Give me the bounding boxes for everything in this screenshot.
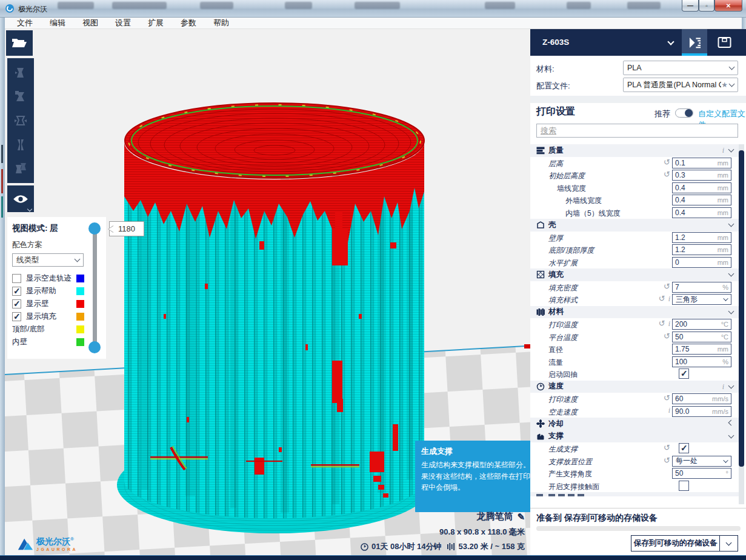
tab-monitor[interactable] — [710, 29, 739, 56]
print-settings-title: 打印设置 — [536, 105, 575, 118]
revert-icon[interactable]: ↺ — [664, 170, 670, 178]
chevron-down-icon — [723, 296, 728, 301]
maximize-button[interactable]: ▫ — [699, 0, 714, 12]
menu-item-4[interactable]: 扩展 — [141, 18, 171, 28]
setting-input[interactable]: 0mm — [672, 257, 731, 268]
menu-item-6[interactable]: 帮助 — [206, 18, 236, 28]
setting-input[interactable]: 7% — [672, 282, 731, 293]
legend-item-1: 显示帮助 — [12, 285, 101, 298]
revert-icon[interactable]: ↺ — [659, 319, 665, 327]
title-bar[interactable]: 极光尔沃 — ▫ ✕ — [0, 0, 746, 18]
setting-input[interactable]: 100% — [672, 356, 731, 367]
setting-input[interactable]: 0.3mm — [672, 170, 731, 181]
setting-checkbox[interactable] — [679, 481, 689, 491]
minimize-button[interactable]: — — [682, 0, 699, 12]
legend-checkbox[interactable] — [12, 299, 21, 308]
legend-checkbox[interactable] — [12, 287, 21, 296]
mirror-tool-icon[interactable] — [13, 138, 28, 152]
setting-row-speed-0: 打印速度↺60mm/s — [530, 393, 739, 405]
setting-input[interactable]: 1.2mm — [672, 244, 731, 255]
menu-item-2[interactable]: 视图 — [75, 18, 105, 28]
layer-slider-track[interactable] — [93, 227, 97, 347]
legend-item-5: 内壁 — [12, 336, 101, 348]
revert-icon[interactable]: ↺ — [664, 282, 670, 290]
layer-slider-upper-handle[interactable] — [88, 222, 101, 235]
move-tool-icon[interactable] — [13, 65, 28, 80]
settings-panel: Z-603S 材料: PLA 配置文件: — [530, 29, 746, 555]
open-file-button[interactable] — [6, 30, 33, 56]
legend-color-swatch — [76, 275, 84, 282]
info-icon[interactable]: i — [668, 295, 670, 302]
close-button[interactable]: ✕ — [714, 0, 742, 12]
setting-input[interactable]: 0.4mm — [672, 182, 731, 193]
material-dropdown[interactable]: PLA — [623, 61, 738, 75]
view-mode-button[interactable] — [7, 185, 34, 212]
setting-input[interactable]: 1.75mm — [672, 344, 731, 355]
setting-input[interactable]: 200°C — [672, 319, 731, 330]
legend-checkbox[interactable] — [12, 312, 21, 321]
revert-icon[interactable]: ↺ — [664, 456, 670, 464]
revert-icon[interactable]: ↺ — [664, 394, 670, 402]
setting-row-quality-3: 外墙线宽度0.4mm — [530, 194, 739, 207]
chevron-down-icon — [75, 256, 81, 262]
setting-dropdown[interactable]: 三角形 — [672, 294, 731, 305]
rotate-tool-icon[interactable] — [13, 113, 28, 128]
setting-input[interactable]: 0.4mm — [672, 195, 731, 205]
section-header-quality[interactable]: 质量i — [530, 144, 739, 157]
tab-prepare-slice[interactable] — [682, 29, 707, 56]
info-icon[interactable]: i — [722, 147, 724, 154]
machine-selector[interactable]: Z-603S — [530, 29, 746, 56]
menu-item-3[interactable]: 设置 — [108, 18, 138, 28]
setting-input[interactable]: 0.1mm — [672, 158, 731, 168]
save-options-dropdown[interactable] — [719, 535, 738, 552]
chevron-down-icon — [729, 64, 735, 70]
scrollbar-thumb[interactable] — [739, 150, 744, 467]
setting-checkbox[interactable] — [679, 368, 689, 379]
per-model-tool-icon[interactable] — [13, 161, 28, 176]
recommended-custom-toggle[interactable] — [675, 108, 693, 118]
setting-row-speed-1: 空走速度i90.0mm/s — [530, 405, 739, 418]
revert-icon[interactable]: ↺ — [664, 444, 670, 452]
setting-row-shell-2: 水平扩展0mm — [530, 256, 739, 269]
section-header-material[interactable]: 材料 — [530, 306, 739, 319]
menu-item-0[interactable]: 文件 — [10, 18, 40, 28]
clock-icon — [361, 543, 368, 551]
section-header-cooling[interactable]: 冷却 — [530, 418, 739, 430]
color-scheme-dropdown[interactable]: 线类型 — [12, 253, 84, 267]
setting-input[interactable]: 60mm/s — [672, 393, 731, 404]
revert-icon[interactable]: ↺ — [659, 295, 665, 302]
setting-input[interactable]: 90.0mm/s — [672, 406, 731, 417]
info-icon[interactable]: i — [668, 407, 670, 414]
setting-input[interactable]: 50°C — [672, 332, 731, 342]
settings-search-input[interactable]: 搜索 — [536, 124, 738, 138]
section-header-shell[interactable]: 壳 — [530, 219, 739, 232]
setting-input[interactable]: 1.2mm — [672, 232, 731, 243]
jgaurora-logo-icon — [17, 537, 34, 552]
setting-input[interactable]: 50° — [672, 468, 731, 479]
layer-slider-lower-handle[interactable] — [88, 341, 101, 353]
setting-dropdown[interactable]: 每一处 — [672, 456, 731, 467]
edit-name-icon[interactable]: ✎ — [517, 512, 525, 522]
section-header-support[interactable]: 支撑 — [530, 430, 739, 443]
setting-checkbox[interactable] — [679, 443, 689, 453]
info-icon[interactable]: i — [722, 383, 724, 390]
revert-icon[interactable]: ↺ — [664, 158, 670, 166]
save-to-removable-button[interactable]: 保存到可移动的存储设备 — [631, 535, 720, 552]
legend-checkbox[interactable] — [12, 274, 21, 283]
setting-row-shell-0: 壁厚1.2mm — [530, 232, 739, 244]
section-header-speed[interactable]: 速度i — [530, 381, 739, 393]
section-header-infill[interactable]: 填充 — [530, 268, 739, 281]
revert-icon[interactable]: ↺ — [664, 332, 670, 340]
setting-row-infill-0: 填充密度↺7% — [530, 281, 739, 294]
profile-dropdown[interactable]: PLA 普通质量(PLA Normal Qua ★ — [623, 78, 738, 92]
menu-item-5[interactable]: 参数 — [173, 18, 204, 28]
chevron-down-icon — [667, 38, 674, 45]
menu-bar: 文件编辑视图设置扩展参数帮助 — [5, 18, 742, 29]
legend-item-3: 显示填充 — [12, 310, 101, 323]
setting-input[interactable]: 0.4mm — [672, 207, 731, 218]
scale-tool-icon[interactable] — [13, 89, 28, 104]
info-icon[interactable]: i — [668, 320, 670, 327]
menu-item-1[interactable]: 编辑 — [42, 18, 73, 28]
settings-scrollbar[interactable] — [739, 144, 744, 504]
3d-viewport[interactable]: 视图模式: 层 配色方案 线类型 显示空走轨迹显示帮助显示壁显示填充顶部/底部内… — [5, 29, 530, 555]
